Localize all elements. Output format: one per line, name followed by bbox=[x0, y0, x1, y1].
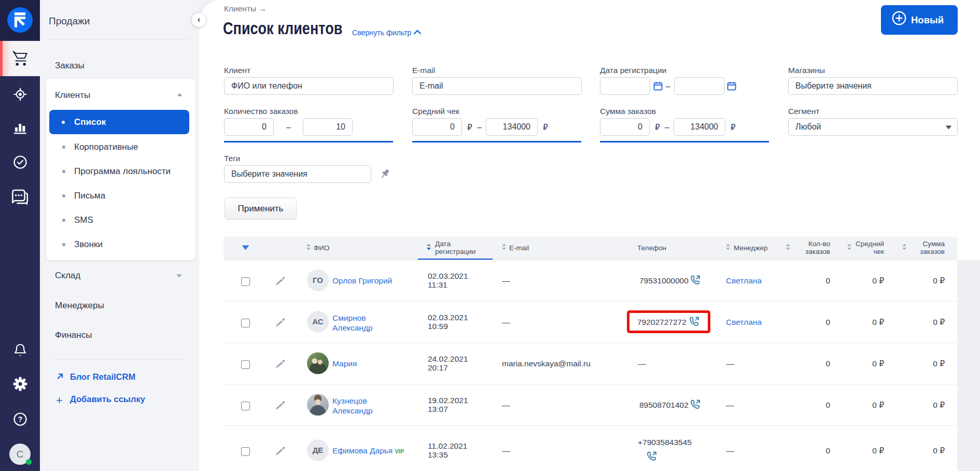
svg-text:?: ? bbox=[18, 415, 23, 423]
